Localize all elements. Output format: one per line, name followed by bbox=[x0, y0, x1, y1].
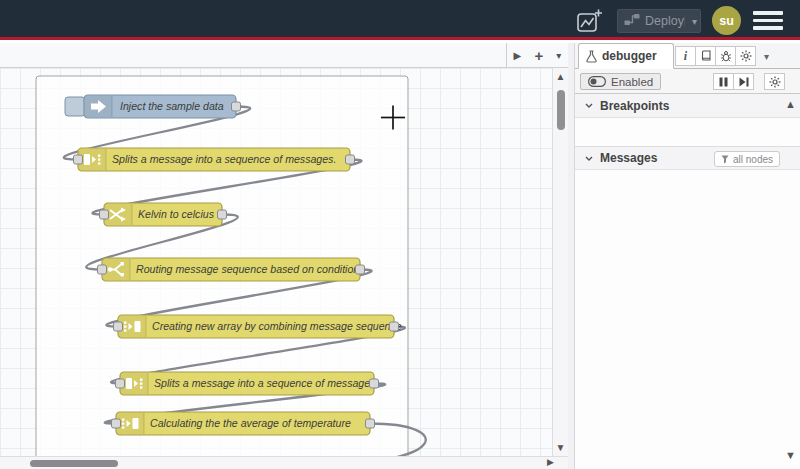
pause-button[interactable] bbox=[713, 73, 734, 90]
hamburger-icon bbox=[753, 11, 783, 15]
input-port[interactable] bbox=[114, 322, 123, 331]
gear-icon bbox=[769, 76, 781, 88]
node-inject[interactable]: Inject the sample data bbox=[65, 95, 241, 118]
node-label: Routing message sequence based on condit… bbox=[136, 263, 359, 275]
node-label: Splits a message into a sequence of mess… bbox=[112, 153, 336, 165]
input-port[interactable] bbox=[74, 155, 83, 164]
node-label: Calculating the the average of temperatu… bbox=[150, 417, 351, 429]
node-red-app: Deploy ▾ su ▶ + ▾ bbox=[0, 0, 800, 469]
bug-icon bbox=[720, 50, 732, 62]
message-filter-button[interactable]: all nodes bbox=[714, 151, 780, 167]
node-join-1[interactable]: Creating new array by combining message … bbox=[114, 315, 402, 338]
node-change[interactable]: Kelvin to celcius bbox=[100, 203, 227, 226]
gear-icon bbox=[740, 50, 752, 62]
sidebar-tab-actions: i bbox=[676, 46, 769, 66]
pause-icon bbox=[719, 77, 728, 87]
breakpoints-section-header[interactable]: Breakpoints bbox=[575, 94, 800, 118]
node-split-2[interactable]: Splits a message into a sequence of mess… bbox=[116, 372, 379, 395]
add-flow-button[interactable]: + bbox=[534, 48, 543, 63]
flow-sparkle-icon[interactable] bbox=[575, 7, 603, 35]
sidebar-splitter[interactable] bbox=[568, 43, 575, 469]
sidebar-menu-chevron-icon[interactable]: ▾ bbox=[764, 51, 769, 62]
inject-button[interactable] bbox=[65, 97, 85, 116]
output-port[interactable] bbox=[232, 102, 241, 111]
debugger-settings-button[interactable] bbox=[764, 73, 785, 90]
enabled-label: Enabled bbox=[611, 76, 653, 88]
user-avatar[interactable]: su bbox=[712, 6, 741, 35]
input-port[interactable] bbox=[116, 379, 125, 388]
output-port[interactable] bbox=[390, 322, 399, 331]
node-label: Kelvin to celcius bbox=[138, 208, 215, 220]
output-port[interactable] bbox=[356, 265, 365, 274]
next-tab-button[interactable]: ▶ bbox=[514, 51, 522, 61]
enabled-toggle-button[interactable]: Enabled bbox=[580, 73, 661, 90]
vertical-scrollbar-thumb[interactable] bbox=[557, 90, 565, 130]
deploy-label: Deploy bbox=[645, 14, 684, 28]
deploy-button[interactable]: Deploy ▾ bbox=[617, 9, 701, 33]
deploy-icon bbox=[624, 12, 640, 30]
main-menu-button[interactable] bbox=[753, 11, 783, 30]
horizontal-scrollbar-thumb[interactable] bbox=[30, 460, 118, 467]
toggle-icon bbox=[588, 76, 606, 87]
tab-debugger-label: debugger bbox=[602, 49, 657, 63]
info-button[interactable]: i bbox=[675, 46, 696, 66]
deploy-menu-chevron-icon[interactable]: ▾ bbox=[684, 16, 697, 27]
help-book-button[interactable] bbox=[695, 46, 716, 66]
messages-content bbox=[575, 171, 800, 469]
node-label: Creating new array by combining message … bbox=[152, 320, 402, 332]
tab-debugger[interactable]: debugger bbox=[578, 43, 674, 69]
flow-tabbar: ▶ + ▾ bbox=[0, 43, 568, 68]
debugger-controls bbox=[714, 73, 754, 90]
messages-title: Messages bbox=[600, 151, 657, 165]
flow-canvas[interactable]: Inject the sample data Splits a message … bbox=[0, 68, 568, 456]
header-bar: Deploy ▾ su bbox=[0, 0, 800, 40]
funnel-icon bbox=[721, 155, 729, 164]
sidebar: debugger i bbox=[575, 43, 800, 469]
flow-list-button[interactable]: ▾ bbox=[556, 51, 561, 61]
output-port[interactable] bbox=[346, 155, 355, 164]
sidebar-scroll-up-icon[interactable]: ▲ bbox=[785, 98, 796, 110]
book-icon bbox=[700, 50, 712, 62]
scroll-up-arrow-icon[interactable]: ▲ bbox=[553, 71, 568, 82]
input-port[interactable] bbox=[98, 265, 107, 274]
messages-section-header[interactable]: Messages all nodes bbox=[575, 146, 800, 170]
sidebar-tabbar: debugger i bbox=[575, 43, 800, 69]
canvas-horizontal-scrollbar: ▶ bbox=[0, 456, 568, 469]
debug-messages-button[interactable] bbox=[715, 46, 736, 66]
scroll-right-arrow-icon[interactable]: ▶ bbox=[547, 457, 554, 467]
node-join-2[interactable]: Calculating the the average of temperatu… bbox=[112, 412, 375, 435]
node-label: Inject the sample data bbox=[120, 100, 224, 112]
debugger-toolbar: Enabled bbox=[575, 69, 800, 94]
breakpoints-content bbox=[575, 119, 800, 146]
node-split-1[interactable]: Splits a message into a sequence of mess… bbox=[74, 148, 355, 171]
filter-label: all nodes bbox=[733, 154, 773, 165]
output-port[interactable] bbox=[218, 210, 227, 219]
output-port[interactable] bbox=[370, 379, 379, 388]
node-label: Splits a message into a sequence of mess… bbox=[154, 377, 378, 389]
step-icon bbox=[739, 77, 749, 87]
sidebar-scroll-down-icon[interactable]: ▼ bbox=[785, 449, 796, 461]
canvas-vertical-scrollbar: ▲ ▼ bbox=[552, 68, 568, 456]
step-button[interactable] bbox=[733, 73, 754, 90]
output-port[interactable] bbox=[366, 419, 375, 428]
node-switch[interactable]: Routing message sequence based on condit… bbox=[98, 258, 365, 281]
input-port[interactable] bbox=[112, 419, 121, 428]
chevron-down-icon bbox=[585, 156, 593, 161]
breakpoints-title: Breakpoints bbox=[600, 99, 669, 113]
settings-button[interactable] bbox=[735, 46, 756, 66]
flow-tabbar-actions: ▶ + ▾ bbox=[506, 43, 568, 68]
input-port[interactable] bbox=[100, 210, 109, 219]
flask-icon bbox=[586, 50, 597, 63]
chevron-down-icon bbox=[585, 103, 593, 108]
scroll-down-arrow-icon[interactable]: ▼ bbox=[553, 442, 568, 453]
